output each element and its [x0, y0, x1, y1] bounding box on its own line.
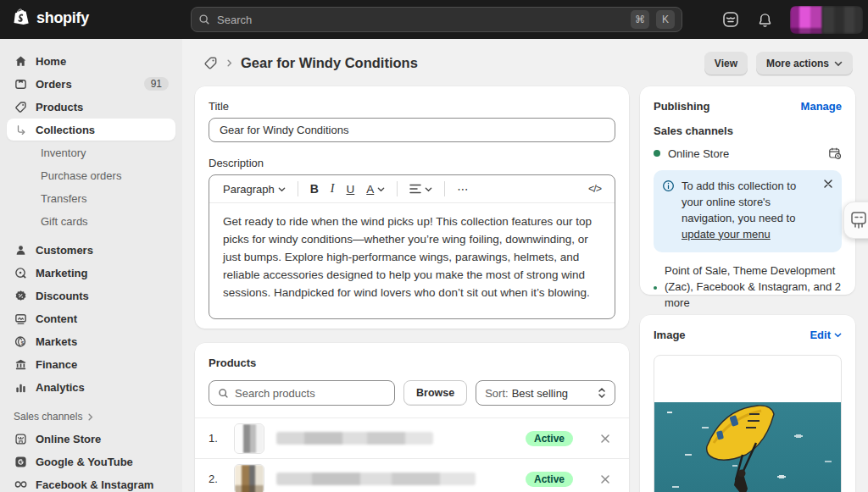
sidebar-item-finance[interactable]: Finance	[7, 353, 175, 375]
svg-text:$: $	[21, 339, 25, 345]
underline-button[interactable]: U	[342, 180, 360, 199]
notifications-bell-icon[interactable]	[757, 12, 773, 28]
active-dot	[654, 150, 660, 157]
title-input[interactable]	[209, 118, 615, 142]
sidebar-item-google-youtube[interactable]: Google & YouTube	[7, 451, 175, 473]
rich-text-editor: Paragraph B I U A ⋯ </> Get ready to rid…	[209, 174, 615, 319]
updown-caret-icon	[598, 387, 606, 399]
sidebar-item-home[interactable]: Home	[7, 50, 175, 72]
topbar: shopify Search ⌘ K	[0, 0, 868, 39]
sidebar-item-label: Home	[36, 55, 66, 68]
remove-product-icon[interactable]	[600, 434, 610, 444]
sidebar-item-marketing[interactable]: Marketing	[7, 262, 175, 284]
sidebar-item-content[interactable]: Content	[7, 307, 175, 329]
more-actions-button[interactable]: More actions	[756, 52, 853, 75]
sidebar-item-label: Discounts	[36, 290, 89, 302]
image-heading: Image	[654, 329, 686, 341]
page-title: Gear for Windy Conditions	[241, 55, 418, 71]
marketing-target-icon	[14, 267, 28, 279]
image-card: Image Edit	[640, 315, 855, 492]
sidebar-item-customers[interactable]: Customers	[7, 239, 175, 261]
meta-infinity-icon	[14, 479, 28, 489]
schedule-calendar-icon[interactable]	[828, 146, 842, 160]
show-html-button[interactable]: </>	[583, 180, 606, 198]
sales-channels-heading[interactable]: Sales channels	[0, 399, 182, 428]
product-row[interactable]: 1. Active	[195, 417, 629, 458]
publishing-card: Publishing Manage Sales channels Online …	[640, 86, 855, 295]
global-search-input[interactable]: Search ⌘ K	[191, 7, 682, 32]
markets-globe-icon: $	[14, 335, 28, 348]
sidebar-item-label: Analytics	[36, 381, 85, 394]
sidebar-nav: Home Orders 91 Products Collections Inve…	[0, 39, 182, 492]
title-label: Title	[209, 100, 615, 113]
bullet-dot	[654, 286, 657, 290]
products-card: Products Search products Browse Sort: Be…	[195, 343, 629, 492]
shopify-logo[interactable]: shopify	[12, 8, 89, 29]
search-icon	[218, 388, 229, 399]
wing-foiler-photo	[654, 402, 841, 492]
description-textarea[interactable]: Get ready to ride when the wind picks up…	[209, 203, 615, 318]
banner-close-icon[interactable]	[823, 179, 833, 192]
product-name-blurred	[276, 473, 476, 485]
online-store-icon	[14, 433, 28, 445]
paragraph-style-dropdown[interactable]: Paragraph	[218, 180, 291, 199]
sort-select[interactable]: Sort: Best selling	[476, 380, 615, 406]
chevron-down-icon	[278, 185, 286, 193]
breadcrumb-chevron-icon	[225, 59, 233, 67]
product-name-blurred	[276, 432, 433, 445]
text-color-dropdown[interactable]: A	[361, 180, 390, 199]
sidekick-floating-button[interactable]	[843, 202, 868, 239]
collection-image[interactable]	[654, 355, 842, 492]
product-row[interactable]: 2. Active	[195, 458, 629, 492]
sidebar-item-markets[interactable]: $ Markets	[7, 330, 175, 352]
sidebar-item-label: Collections	[36, 124, 95, 136]
sidebar-item-label: Google & YouTube	[36, 456, 133, 468]
sidebar-item-discounts[interactable]: Discounts	[7, 285, 175, 307]
sales-channels-label: Sales channels	[654, 124, 842, 137]
manage-link[interactable]: Manage	[801, 100, 842, 113]
status-badge: Active	[526, 431, 573, 446]
banner-text: To add this collection to your online st…	[682, 179, 816, 242]
row-number: 2.	[209, 473, 222, 485]
browse-button[interactable]: Browse	[403, 380, 467, 406]
update-your-menu-link[interactable]: update your menu	[682, 228, 771, 240]
sidebar-item-inventory[interactable]: Inventory	[7, 141, 175, 163]
edit-image-link[interactable]: Edit	[810, 329, 842, 341]
sidebar-item-analytics[interactable]: Analytics	[7, 376, 175, 398]
more-formatting-button[interactable]: ⋯	[452, 180, 473, 199]
remove-product-icon[interactable]	[600, 474, 610, 484]
avatar-image-blurred	[790, 6, 822, 34]
sidebar-item-label: Products	[36, 101, 83, 113]
sidebar-item-orders[interactable]: Orders 91	[7, 73, 175, 95]
search-products-input[interactable]: Search products	[209, 380, 395, 406]
account-avatar[interactable]	[790, 6, 863, 34]
italic-button[interactable]: I	[326, 179, 340, 199]
cmd-key: ⌘	[631, 10, 649, 29]
info-banner: To add this collection to your online st…	[654, 170, 842, 252]
sidebar-item-collections[interactable]: Collections	[7, 119, 175, 141]
view-button[interactable]: View	[704, 52, 748, 75]
sidebar-item-online-store[interactable]: Online Store	[7, 428, 175, 450]
store-name-blurred	[822, 6, 863, 34]
sidebar-item-label: Online Store	[36, 433, 101, 445]
chevron-down-icon	[377, 185, 385, 193]
shopify-logo-text: shopify	[36, 9, 89, 27]
sidekick-icon[interactable]	[721, 10, 740, 29]
sidebar-item-facebook-instagram[interactable]: Facebook & Instagram	[7, 473, 175, 492]
discounts-icon	[14, 290, 28, 302]
k-key: K	[656, 10, 675, 29]
collection-tag-icon	[203, 56, 218, 70]
sidebar-item-label: Markets	[36, 335, 77, 348]
row-number: 1.	[209, 432, 222, 445]
sidebar-item-label: Orders	[36, 78, 72, 91]
editor-toolbar: Paragraph B I U A ⋯ </>	[209, 175, 615, 203]
search-placeholder: Search	[217, 14, 624, 26]
sidebar-item-gift-cards[interactable]: Gift cards	[7, 210, 175, 232]
alignment-dropdown[interactable]	[404, 180, 437, 197]
product-thumbnail-blurred	[234, 423, 264, 454]
description-label: Description	[209, 157, 615, 169]
bold-button[interactable]: B	[305, 179, 324, 199]
sidebar-item-transfers[interactable]: Transfers	[7, 187, 175, 209]
sidebar-item-purchase-orders[interactable]: Purchase orders	[7, 164, 175, 186]
sidebar-item-products[interactable]: Products	[7, 96, 175, 118]
